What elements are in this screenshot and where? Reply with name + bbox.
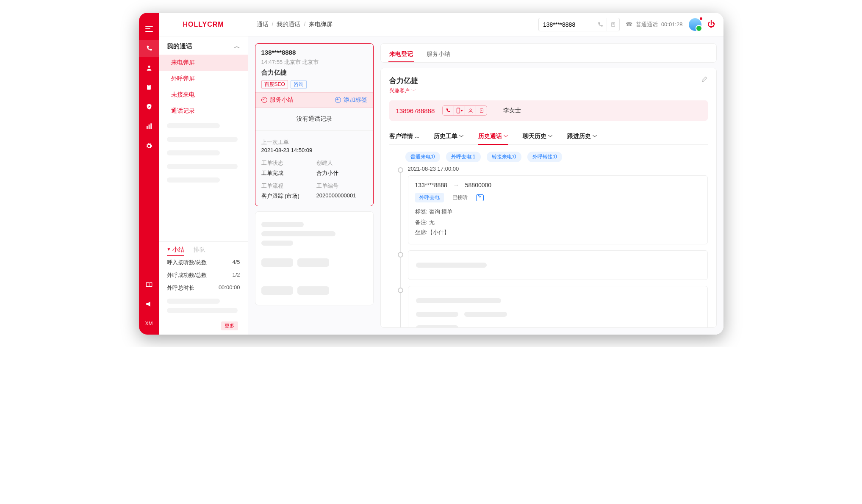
skeleton-line: [167, 123, 220, 128]
brand-logo: HOLLYCRM: [159, 13, 248, 36]
call-time-location: 14:47:55 北京市 北京市: [261, 58, 367, 66]
add-tag-label: 添加标签: [344, 96, 367, 104]
dial-input[interactable]: [539, 21, 594, 28]
chevron-up-icon: ︿: [415, 133, 419, 140]
sidebar-stats-box: ▼ 小结 排队 呼入接听数/总数 4/5 外呼成功数/总数 1/2 外呼总时长 …: [159, 241, 248, 335]
ticket-no-label: 工单编号: [316, 182, 367, 190]
call-to: 58800000: [465, 182, 491, 188]
rail-stats-icon[interactable]: [139, 118, 159, 135]
call-company: 合力亿捷: [261, 69, 367, 77]
stat-label: 呼入接听数/总数: [167, 259, 207, 266]
skeleton-line: [167, 308, 238, 313]
topbar: 通话 / 我的通话 / 来电弹屏 ☎ 普通通话 00:01:28: [248, 13, 723, 36]
skeleton-line: [167, 137, 238, 142]
last-ticket-time: 2021-08-23 14:50:09: [261, 147, 367, 153]
action-call-icon[interactable]: [443, 106, 454, 115]
edit-icon[interactable]: [701, 76, 708, 83]
stat-label: 外呼总时长: [167, 284, 194, 292]
svg-rect-1: [147, 85, 151, 89]
dial-phone-icon[interactable]: [594, 18, 607, 31]
no-call-record: 没有通话记录: [255, 108, 373, 131]
audio-icon[interactable]: [476, 194, 484, 201]
skeleton-line: [167, 150, 220, 155]
power-icon[interactable]: ⏻: [707, 20, 715, 29]
svg-point-8: [470, 109, 471, 111]
rail-shield-icon[interactable]: [139, 98, 159, 115]
svg-rect-3: [147, 126, 148, 129]
customer-type[interactable]: 兴趣客户 ﹀: [389, 87, 418, 94]
sidebar-item-missed[interactable]: 未接来电: [159, 87, 248, 103]
timeline-node-skeleton: [408, 286, 708, 328]
timeline-card[interactable]: 133****8888 → 58800000 外呼去电 已接听: [408, 175, 708, 244]
tab-service-summary[interactable]: 服务小结: [426, 46, 451, 62]
skeleton-line: [167, 177, 220, 183]
phone-action-group: ▾: [442, 105, 487, 116]
detail-column: 来电登记 服务小结 合力亿捷 兴趣客户 ﹀: [380, 43, 717, 328]
more-button[interactable]: 更多: [221, 321, 238, 330]
crumb-calls[interactable]: 通话: [257, 21, 269, 28]
ticket-status-value: 工单完成: [261, 169, 312, 177]
rail-user-icon[interactable]: [139, 59, 159, 76]
subtab-chat[interactable]: 聊天历史﹀: [523, 128, 553, 144]
service-summary-button[interactable]: 服务小结: [261, 96, 294, 104]
ticket-no-link[interactable]: 2020000000001: [316, 192, 367, 200]
stat-incoming: 呼入接听数/总数 4/5: [159, 256, 248, 269]
service-summary-label: 服务小结: [270, 96, 294, 104]
tab-register[interactable]: 来电登记: [388, 46, 414, 62]
nav-rail: XM: [139, 13, 159, 335]
skeleton-card: [255, 211, 374, 305]
stat-value: 1/2: [232, 271, 240, 279]
action-note-icon[interactable]: [476, 106, 487, 115]
triangle-down-icon: ▼: [167, 247, 171, 252]
mini-tab-summary[interactable]: ▼ 小结: [167, 246, 185, 256]
rail-book-icon[interactable]: [139, 276, 159, 293]
pill-transfer-in[interactable]: 转接来电:0: [487, 152, 521, 162]
timeline-time: 2021-08-23 17:00:00: [408, 166, 708, 172]
workspace: 138****8888 14:47:55 北京市 北京市 合力亿捷 百度SEO …: [248, 36, 723, 335]
subtab-call[interactable]: 历史通话﹀: [478, 128, 508, 144]
add-tag-button[interactable]: 添加标签: [335, 96, 367, 104]
action-user-icon[interactable]: [465, 106, 476, 115]
svg-rect-7: [457, 108, 460, 113]
ticket-creator-value: 合力小什: [316, 169, 367, 177]
stat-duration: 外呼总时长 00:00:00: [159, 282, 248, 294]
plus-circle-icon: [335, 97, 341, 103]
phone-status-icon: ☎: [626, 21, 632, 28]
sidebar-item-call-log[interactable]: 通话记录: [159, 103, 248, 119]
chevron-up-icon: ︿: [234, 42, 240, 50]
pill-transfer-out[interactable]: 外呼转接:0: [527, 152, 562, 162]
stat-outgoing: 外呼成功数/总数 1/2: [159, 269, 248, 282]
detail-top-tabs: 来电登记 服务小结: [380, 43, 717, 63]
pill-outgoing[interactable]: 外呼去电:1: [446, 152, 481, 162]
avatar[interactable]: [689, 18, 701, 31]
rail-announce-icon[interactable]: [139, 296, 159, 313]
subtab-info[interactable]: 客户详情︿: [389, 128, 419, 144]
dial-clipboard-icon[interactable]: [607, 18, 619, 31]
check-circle-icon: [261, 97, 267, 103]
subtab-follow[interactable]: 跟进历史﹀: [567, 128, 597, 144]
active-call-card[interactable]: 138****8888 14:47:55 北京市 北京市 合力亿捷 百度SEO …: [255, 43, 374, 206]
subtab-ticket[interactable]: 历史工单﹀: [434, 128, 464, 144]
sidebar-item-incoming-popup[interactable]: 来电弹屏: [159, 55, 248, 71]
mini-tab-queue[interactable]: 排队: [194, 246, 205, 256]
call-status[interactable]: ☎ 普通通话 00:01:28: [626, 21, 683, 28]
rail-xm-icon[interactable]: XM: [139, 315, 159, 332]
app-frame: XM HOLLYCRM 我的通话 ︿ 来电弹屏 外呼弹屏 未接来电 通话记录 ▼…: [139, 13, 723, 335]
action-mobile-icon[interactable]: ▾: [454, 106, 465, 115]
crumb-my-calls[interactable]: 我的通话: [277, 21, 300, 28]
chip-answered: 已接听: [448, 193, 472, 202]
ticket-flow-value: 客户跟踪 (市场): [261, 192, 312, 200]
svg-rect-5: [150, 123, 152, 129]
detail-sub-tabs: 客户详情︿ 历史工单﹀ 历史通话﹀ 聊天历史﹀ 跟进历史﹀: [389, 128, 708, 145]
call-filter-pills: 普通来电:0 外呼去电:1 转接来电:0 外呼转接:0: [405, 152, 708, 162]
sidebar-group-my-calls[interactable]: 我的通话 ︿: [159, 36, 248, 55]
rail-gear-icon[interactable]: [139, 137, 159, 154]
mini-tab-summary-label: 小结: [172, 246, 184, 253]
pill-incoming[interactable]: 普通来电:0: [405, 152, 440, 162]
sidebar-item-outgoing-popup[interactable]: 外呼弹屏: [159, 71, 248, 87]
ticket-status-label: 工单状态: [261, 159, 312, 167]
rail-phone-icon[interactable]: [139, 40, 159, 57]
stat-label: 外呼成功数/总数: [167, 271, 207, 279]
menu-icon[interactable]: [139, 20, 159, 37]
rail-clipboard-icon[interactable]: [139, 79, 159, 96]
